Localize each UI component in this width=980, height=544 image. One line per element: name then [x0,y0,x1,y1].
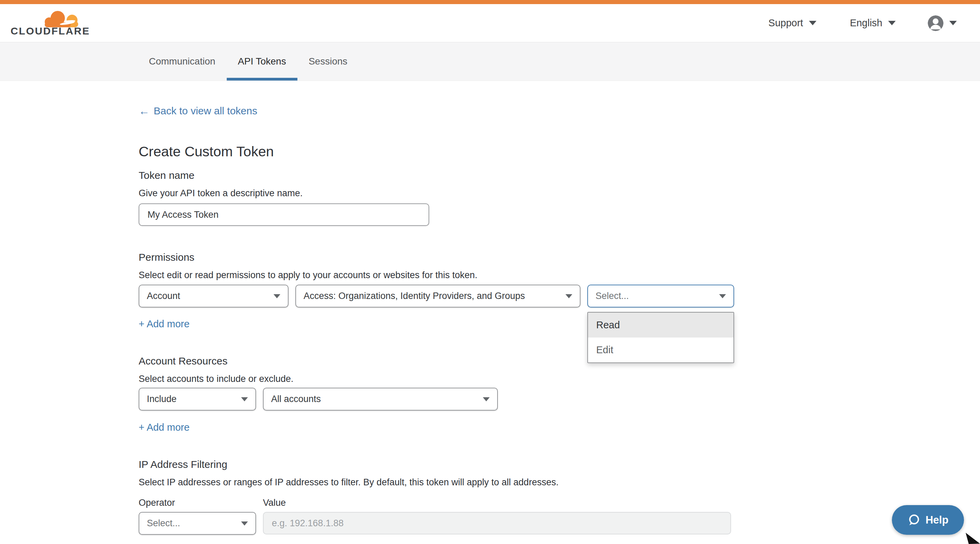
language-menu[interactable]: English [850,17,896,29]
profile-tabbar: Communication API Tokens Sessions [0,42,980,81]
permission-access-select[interactable]: Select... [587,285,734,308]
tab-sessions[interactable]: Sessions [298,42,359,81]
support-menu[interactable]: Support [768,17,816,29]
cloudflare-cloud-icon [42,10,80,27]
token-name-heading: Token name [138,169,980,182]
permission-scope-value: Account [147,291,180,301]
avatar [928,15,943,31]
chevron-down-icon [888,21,896,25]
ip-filtering-row: Select... [138,512,980,535]
tab-communication[interactable]: Communication [138,42,227,81]
language-label: English [850,17,882,29]
cloudflare-logo[interactable]: CLOUDFLARE [11,9,81,38]
cloudflare-logo-text: CLOUDFLARE [11,25,90,37]
resource-mode-select[interactable]: Include [138,388,256,411]
account-resources-add-more-link[interactable]: + Add more [138,420,189,434]
permission-access-placeholder: Select... [595,291,629,301]
account-menu[interactable] [928,15,957,31]
permissions-row: Account Access: Organizations, Identity … [138,285,980,308]
help-button-label: Help [925,514,948,526]
account-resources-heading: Account Resources [138,355,980,367]
chevron-down-icon [719,294,726,298]
operator-label: Operator [138,497,263,509]
chevron-down-icon [241,397,248,401]
permission-scope-select[interactable]: Account [138,285,288,308]
permission-resource-select[interactable]: Access: Organizations, Identity Provider… [295,285,581,308]
access-dropdown-menu: Read Edit [587,312,734,363]
ip-filtering-heading: IP Address Filtering [138,458,980,471]
account-resources-description: Select accounts to include or exclude. [138,373,980,385]
chevron-down-icon [565,294,572,298]
chevron-down-icon [949,21,957,25]
resource-mode-value: Include [147,394,177,404]
chevron-down-icon [274,294,280,298]
chat-bubble-icon [907,514,920,527]
menu-item-read[interactable]: Read [588,312,733,338]
resource-accounts-select[interactable]: All accounts [263,388,498,411]
permissions-description: Select edit or read permissions to apply… [138,269,980,281]
main-content: ← Back to view all tokens Create Custom … [0,81,980,535]
back-link-label: Back to view all tokens [154,104,257,118]
ip-filtering-description: Select IP addresses or ranges of IP addr… [138,476,980,488]
ip-operator-placeholder: Select... [147,518,180,529]
permissions-heading: Permissions [138,251,980,263]
ip-filtering-labels: Operator Value [138,497,980,509]
chevron-down-icon [483,397,490,401]
chevron-down-icon [809,21,816,25]
permissions-add-more-link[interactable]: + Add more [138,317,189,331]
permission-resource-value: Access: Organizations, Identity Provider… [304,291,525,301]
token-name-description: Give your API token a descriptive name. [138,187,980,199]
help-button[interactable]: Help [892,505,964,535]
tab-api-tokens[interactable]: API Tokens [227,42,298,81]
top-orange-strip [0,0,980,4]
header-nav: Support English [768,15,957,31]
token-name-input[interactable] [138,203,429,226]
header: CLOUDFLARE Support English [0,4,980,42]
mouse-cursor [966,533,980,544]
user-icon [928,15,943,31]
ip-value-input[interactable] [263,512,731,534]
account-resources-row: Include All accounts [138,388,980,411]
resource-accounts-value: All accounts [271,394,321,404]
ip-operator-select[interactable]: Select... [138,512,256,535]
page-title: Create Custom Token [138,143,980,160]
back-arrow-icon: ← [138,104,150,118]
chevron-down-icon [241,522,248,526]
support-label: Support [768,17,803,29]
menu-item-edit[interactable]: Edit [588,338,733,362]
back-to-tokens-link[interactable]: ← Back to view all tokens [138,104,257,118]
value-label: Value [263,497,286,509]
